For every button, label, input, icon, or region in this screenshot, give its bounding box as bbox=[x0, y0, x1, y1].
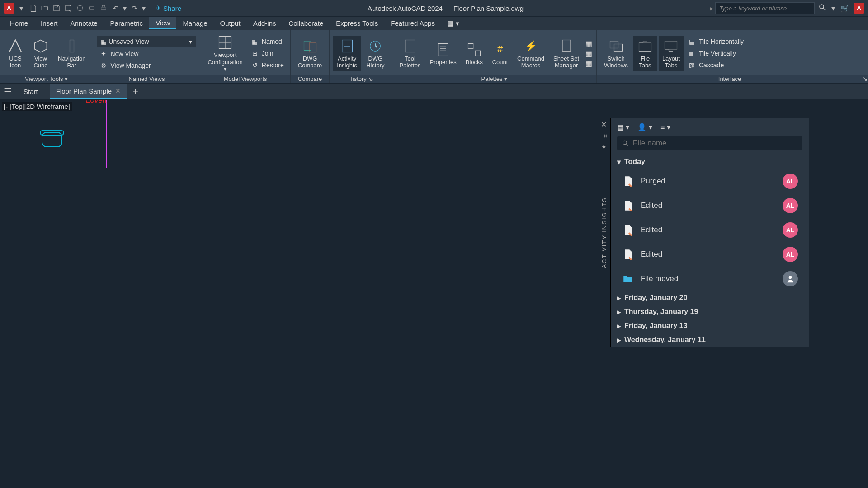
navigation-bar-button[interactable]: Navigation Bar bbox=[54, 36, 89, 71]
section-today[interactable]: ▾Today bbox=[611, 155, 809, 169]
new-view-button[interactable]: ✦New View bbox=[97, 48, 196, 59]
insights-item-label: Edited bbox=[641, 250, 776, 259]
tile-vertically-button[interactable]: ▥Tile Vertically bbox=[685, 48, 746, 59]
svg-point-5 bbox=[820, 5, 824, 9]
insights-item[interactable]: PurgedAL bbox=[611, 169, 809, 193]
svg-point-136 bbox=[789, 276, 792, 279]
command-macros-button[interactable]: ⚡Command Macros bbox=[514, 36, 548, 71]
viewport-label[interactable]: [-][Top][2D Wireframe] bbox=[2, 102, 72, 111]
palette-extra1-icon[interactable]: ▦ bbox=[585, 39, 593, 47]
insights-search-input[interactable] bbox=[633, 139, 798, 148]
insights-item[interactable]: EditedAL bbox=[611, 218, 809, 242]
menu-output[interactable]: Output bbox=[214, 18, 247, 29]
view-cube-button[interactable]: View Cube bbox=[29, 36, 52, 71]
cart-icon[interactable]: 🛒 bbox=[840, 3, 850, 13]
menu-home[interactable]: Home bbox=[4, 18, 34, 29]
switch-windows-button[interactable]: Switch Windows bbox=[600, 36, 632, 71]
panel-settings-icon[interactable]: ✦ bbox=[601, 143, 607, 151]
sheet-set-button[interactable]: Sheet Set Manager bbox=[550, 36, 583, 71]
search-expand-icon[interactable]: ▸ bbox=[710, 4, 713, 13]
view-manager-button[interactable]: ⚙View Manager bbox=[97, 60, 196, 71]
menu-collaborate[interactable]: Collaborate bbox=[282, 18, 330, 29]
panel-palettes[interactable]: Palettes ▾ bbox=[392, 75, 597, 83]
chevron-down-icon: ▾ bbox=[617, 158, 621, 166]
app-logo[interactable]: A bbox=[4, 3, 14, 14]
count-button[interactable]: #Count bbox=[488, 39, 512, 67]
named-view-dropdown[interactable]: ▦ Unsaved View▾ bbox=[97, 36, 196, 47]
saveas-icon[interactable] bbox=[63, 3, 73, 13]
tile-horizontally-button[interactable]: ▤Tile Horizontally bbox=[685, 36, 746, 47]
undo-dropdown-icon[interactable]: ▾ bbox=[122, 3, 127, 13]
send-icon: ✈ bbox=[156, 4, 161, 12]
insights-item[interactable]: EditedAL bbox=[611, 242, 809, 267]
list-filter-icon[interactable]: ≡ ▾ bbox=[660, 123, 670, 131]
insights-search[interactable] bbox=[617, 136, 802, 150]
svg-rect-6 bbox=[70, 40, 74, 52]
insights-item[interactable]: EditedAL bbox=[611, 193, 809, 218]
tab-start[interactable]: Start bbox=[17, 85, 44, 98]
svg-point-1 bbox=[77, 5, 83, 11]
panel-close-icon[interactable]: ✕ bbox=[601, 120, 607, 129]
menu-express[interactable]: Express Tools bbox=[330, 18, 384, 29]
open-icon[interactable] bbox=[40, 3, 50, 13]
panel-dock-icon[interactable]: ⇥ bbox=[601, 131, 607, 140]
activity-insights-button[interactable]: Activity Insights bbox=[333, 36, 361, 71]
section-fri13[interactable]: ▸Friday, January 13 bbox=[611, 319, 809, 333]
palette-extra2-icon[interactable]: ▦ bbox=[585, 49, 593, 57]
share-button[interactable]: ✈Share bbox=[156, 4, 181, 12]
section-wed11[interactable]: ▸Wednesday, January 11 bbox=[611, 333, 809, 347]
panel-history[interactable]: History ↘ bbox=[330, 75, 392, 83]
restore-button[interactable]: ↺Restore bbox=[248, 60, 287, 70]
redo-icon[interactable]: ↷ bbox=[129, 3, 139, 13]
join-button[interactable]: ⊞Join bbox=[248, 48, 287, 59]
redo-dropdown-icon[interactable]: ▾ bbox=[141, 3, 146, 13]
insights-item[interactable]: File moved bbox=[611, 267, 809, 291]
close-icon[interactable]: ✕ bbox=[115, 87, 121, 94]
section-thu19[interactable]: ▸Thursday, January 19 bbox=[611, 305, 809, 319]
properties-button[interactable]: Properties bbox=[426, 39, 460, 67]
search-input[interactable]: Type a keyword or phrase bbox=[715, 2, 815, 14]
menu-featured[interactable]: Featured Apps bbox=[384, 18, 441, 29]
app-menu-icon[interactable]: A bbox=[854, 3, 864, 14]
menu-insert[interactable]: Insert bbox=[34, 18, 64, 29]
app-title: Autodesk AutoCAD 2024 bbox=[368, 5, 443, 12]
menu-extras-icon[interactable]: ▦ ▾ bbox=[441, 18, 466, 29]
add-tab-icon[interactable]: + bbox=[132, 85, 138, 97]
file-tabs-button[interactable]: File Tabs bbox=[633, 36, 657, 71]
qat-dropdown-icon[interactable]: ▾ bbox=[16, 3, 26, 13]
svg-rect-12 bbox=[405, 40, 415, 52]
panel-viewport-tools[interactable]: Viewport Tools ▾ bbox=[0, 75, 93, 83]
layout-tabs-button[interactable]: Layout Tabs bbox=[659, 36, 684, 71]
menu-parametric[interactable]: Parametric bbox=[104, 18, 150, 29]
print-icon[interactable] bbox=[99, 3, 108, 13]
web-icon[interactable] bbox=[75, 3, 85, 13]
activity-insights-panel: ✕ ⇥ ✦ ACTIVITY INSIGHTS ▦ ▾ 👤 ▾ ≡ ▾ ▾Tod… bbox=[610, 118, 809, 347]
dwg-compare-button[interactable]: DWG Compare bbox=[294, 36, 326, 71]
viewport-config-button[interactable]: Viewport Configuration ▾ bbox=[204, 33, 246, 75]
hamburger-icon[interactable]: ☰ bbox=[4, 86, 12, 97]
user-filter-icon[interactable]: 👤 ▾ bbox=[637, 123, 652, 131]
tool-palettes-button[interactable]: Tool Palettes bbox=[396, 36, 425, 71]
cascade-button[interactable]: ▧Cascade bbox=[685, 60, 746, 70]
model-space[interactable]: [-][Top][2D Wireframe] PRINTER ISLAND605… bbox=[0, 100, 868, 488]
panel-interface[interactable]: Interface ↘ bbox=[597, 75, 868, 83]
save-icon[interactable] bbox=[52, 3, 61, 13]
ucs-icon-button[interactable]: UCS Icon bbox=[4, 36, 27, 71]
menu-addins[interactable]: Add-ins bbox=[247, 18, 283, 29]
avatar: AL bbox=[783, 174, 798, 189]
plot-icon[interactable] bbox=[87, 3, 97, 13]
menu-manage[interactable]: Manage bbox=[176, 18, 213, 29]
dwg-history-button[interactable]: DWG History bbox=[363, 36, 388, 71]
grid-view-icon[interactable]: ▦ ▾ bbox=[617, 123, 629, 131]
named-viewport-button[interactable]: ▦Named bbox=[248, 36, 287, 47]
menu-view[interactable]: View bbox=[149, 17, 176, 29]
signin-dropdown-icon[interactable]: ▾ bbox=[828, 3, 838, 13]
section-fri20[interactable]: ▸Friday, January 20 bbox=[611, 291, 809, 305]
undo-icon[interactable]: ↶ bbox=[110, 3, 120, 13]
new-icon[interactable] bbox=[28, 3, 38, 13]
tab-current[interactable]: Floor Plan Sample✕ bbox=[50, 84, 127, 99]
blocks-button[interactable]: Blocks bbox=[462, 39, 486, 67]
search-icon[interactable] bbox=[818, 3, 826, 13]
menu-annotate[interactable]: Annotate bbox=[64, 18, 104, 29]
palette-extra3-icon[interactable]: ▦ bbox=[585, 59, 593, 67]
